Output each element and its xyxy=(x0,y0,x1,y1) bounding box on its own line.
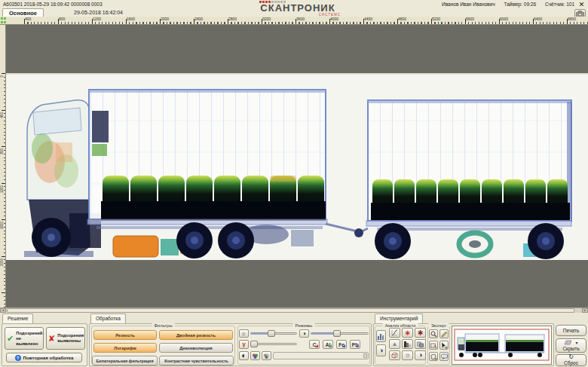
halftone-icon: ◑ xyxy=(379,347,383,354)
spot-measure-bold-button[interactable]: ∗ xyxy=(415,328,426,338)
filter-deconvolution-button[interactable]: Деконволюция xyxy=(159,343,233,353)
brightness-slider-thumb[interactable] xyxy=(268,330,275,337)
h-ruler-label: 6000 xyxy=(500,17,508,21)
spot-measure-button[interactable]: ∗ xyxy=(402,328,413,338)
eraser-icon xyxy=(564,340,572,345)
no-suspicion-button[interactable]: ✔ Подозренийне выявлено xyxy=(5,327,44,350)
magnifier-tool-button[interactable] xyxy=(429,329,438,338)
h-ruler-label: 3600 xyxy=(296,17,305,21)
xray-scan-image[interactable] xyxy=(6,73,588,260)
close-icon[interactable]: ✕ xyxy=(577,1,586,8)
h-ruler-label: 1600 xyxy=(127,17,135,21)
polygon-icon xyxy=(430,353,437,360)
peak-icon: ▲ xyxy=(392,341,398,347)
hide-dropdown-icon[interactable]: ▾ xyxy=(575,340,577,345)
element-lead-button[interactable]: Pb xyxy=(350,340,360,349)
reset-icon: ↻ xyxy=(568,355,574,359)
contrast-slider-thumb[interactable] xyxy=(333,330,341,337)
h-ruler-label: 1200 xyxy=(93,17,101,21)
horizontal-ruler: 4008001200160020002400280032003600400044… xyxy=(0,17,588,25)
xray-inspection-window: A603501 2018-05-29 16:09:42 0000008 0003… xyxy=(0,0,588,367)
curve-icon xyxy=(391,329,398,336)
control-bar: Решение ✔ Подозренийне выявлено ✘ Подозр… xyxy=(0,313,588,367)
filter-contrast-sensitivity-button[interactable]: Контрастная чувствительность xyxy=(159,356,234,365)
element-carbon-button[interactable]: C xyxy=(309,340,320,349)
grayscale-palette-button[interactable] xyxy=(262,351,271,360)
modes-group-label: Режимы xyxy=(293,323,315,328)
contrast-button[interactable]: ◑ xyxy=(299,329,309,338)
scan-viewport[interactable] xyxy=(6,25,588,307)
spot-bold-icon: ∗ xyxy=(417,329,424,337)
h-ruler-label: 4000 xyxy=(330,17,338,21)
brightness-button[interactable]: ☼ xyxy=(239,329,249,338)
v-ruler-label: 2000 xyxy=(0,258,4,266)
element-iron-button[interactable]: Fe xyxy=(336,340,347,349)
h-ruler-label: 6800 xyxy=(568,17,576,21)
session-id: A603501 2018-05-29 16:09:42 0000008 0003 xyxy=(3,2,103,7)
brand-logo: СКАНТРОНИК СИСТЕМС xyxy=(249,1,347,17)
cube-3d-button[interactable] xyxy=(389,350,400,360)
v-ruler-label: 400 xyxy=(0,112,4,118)
h-ruler-label: 2400 xyxy=(194,17,203,21)
tab-tools[interactable]: Инструментарий xyxy=(375,313,423,323)
filter-logarithm-button[interactable]: Логарифм xyxy=(93,343,157,353)
color-palette-icon xyxy=(252,353,259,359)
contrast-slider[interactable] xyxy=(311,330,369,337)
tab-processing[interactable]: Обработка xyxy=(90,313,126,323)
zoom-bar[interactable] xyxy=(273,352,369,359)
h-ruler-label: 2000 xyxy=(161,17,169,21)
title-bar: A603501 2018-05-29 16:09:42 0000008 0003… xyxy=(0,0,588,17)
contrast-icon: ◑ xyxy=(302,331,306,337)
filter-bilateral-button[interactable]: Билатеральная фильтрация xyxy=(92,356,158,365)
measure-icon xyxy=(430,342,437,349)
halftone-tool-button[interactable]: ◑ xyxy=(376,344,386,356)
histogram-tool-button[interactable] xyxy=(376,330,386,342)
horizontal-scrollbar[interactable]: ◂ ▸ xyxy=(0,307,588,313)
gradient-histogram-button[interactable] xyxy=(402,339,413,349)
repeat-processing-button[interactable]: ? Повторная обработка xyxy=(6,353,82,362)
gamma-icon: γ xyxy=(242,341,245,347)
cross-icon: ✘ xyxy=(48,335,55,343)
magnifier-icon xyxy=(430,331,437,338)
h-ruler-label: 2800 xyxy=(228,17,237,21)
reset-button[interactable]: ↻ Сброс xyxy=(556,354,586,366)
filters-group-label: Фильтры xyxy=(152,323,174,328)
gamma-button[interactable]: γ xyxy=(239,340,249,349)
invert-button[interactable]: ◐ xyxy=(239,351,249,360)
gamma-slider[interactable] xyxy=(250,341,297,347)
gamma-slider-thumb[interactable] xyxy=(250,341,258,347)
element-aluminium-button[interactable]: Al xyxy=(323,340,333,349)
levels-tool-button[interactable] xyxy=(415,339,426,349)
tab-decision[interactable]: Решение xyxy=(2,313,33,323)
h-ruler-label: 5600 xyxy=(466,17,474,21)
cursor-tool-button[interactable] xyxy=(439,341,449,350)
v-ruler-label: 800 xyxy=(0,148,4,154)
logo-text: СКАНТРОНИК xyxy=(249,3,347,13)
v-ruler-label: 0 xyxy=(0,75,4,78)
contrast-tool-button[interactable]: ◑ xyxy=(415,350,426,360)
peak-tool-button[interactable]: ▲ xyxy=(389,339,400,349)
truck-xray xyxy=(6,73,588,260)
counter-value: Счётчик: 101 xyxy=(545,2,574,7)
zoom-bar-thumb[interactable] xyxy=(363,353,367,358)
hide-button[interactable]: ▾ Скрыть xyxy=(556,338,586,353)
pencil-tool-button[interactable] xyxy=(439,329,449,338)
tab-main-view[interactable]: Основное xyxy=(2,8,44,17)
curve-tool-button[interactable] xyxy=(389,328,400,338)
suspicion-found-button[interactable]: ✘ Подозрениявыявлены xyxy=(46,327,85,350)
timer-value: Таймер: 09:26 xyxy=(504,2,537,7)
overview-thumbnail[interactable] xyxy=(452,326,552,365)
polygon-tool-button[interactable] xyxy=(429,352,438,361)
spot-icon: ∗ xyxy=(404,329,410,337)
filter-sharpness-button[interactable]: Резкость xyxy=(93,330,157,340)
vertical-ruler: 0400800120016002000 xyxy=(0,25,6,307)
scan-datetime: 29-05-2018 16:42:04 xyxy=(74,10,123,15)
print-button[interactable]: Печать xyxy=(556,325,586,336)
brightness-tool-button[interactable]: ☼ xyxy=(402,350,413,360)
comment-icon xyxy=(441,353,448,360)
measure-tool-button[interactable] xyxy=(429,341,438,350)
brightness-slider[interactable] xyxy=(250,330,297,337)
color-palette-button[interactable] xyxy=(250,351,260,360)
filter-double-sharpness-button[interactable]: Двойная резкость xyxy=(159,330,233,340)
comment-tool-button[interactable] xyxy=(439,352,449,361)
